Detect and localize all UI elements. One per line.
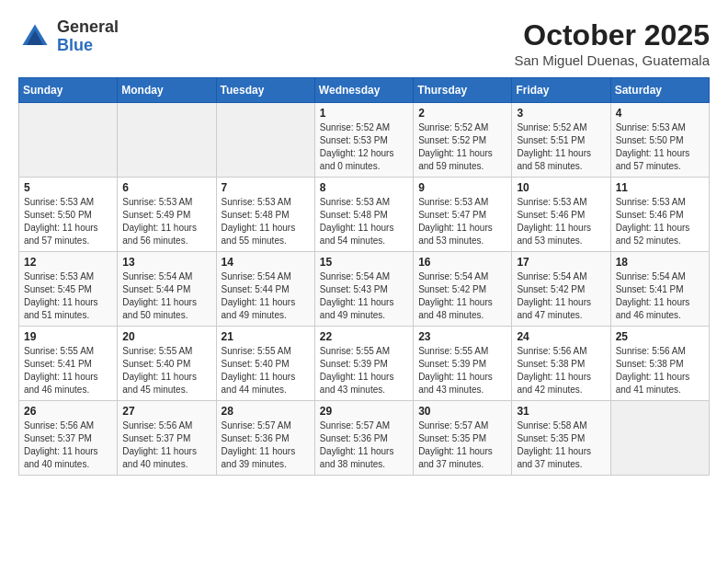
day-info: Sunrise: 5:52 AMSunset: 5:53 PMDaylight:… [320, 121, 408, 173]
calendar-cell: 7Sunrise: 5:53 AMSunset: 5:48 PMDaylight… [216, 178, 314, 252]
day-number: 26 [24, 405, 112, 418]
day-number: 23 [418, 330, 506, 343]
day-number: 8 [320, 181, 408, 194]
day-number: 25 [616, 330, 704, 343]
title-block: October 2025 San Miguel Duenas, Guatemal… [514, 18, 710, 68]
calendar-cell [216, 103, 314, 178]
day-number: 16 [418, 256, 506, 269]
calendar-cell: 3Sunrise: 5:52 AMSunset: 5:51 PMDaylight… [512, 103, 610, 178]
calendar-header: SundayMondayTuesdayWednesdayThursdayFrid… [19, 78, 710, 103]
day-number: 12 [24, 256, 112, 269]
day-info: Sunrise: 5:54 AMSunset: 5:42 PMDaylight:… [517, 270, 605, 322]
day-number: 11 [616, 181, 704, 194]
calendar-cell: 14Sunrise: 5:54 AMSunset: 5:44 PMDayligh… [216, 252, 314, 327]
logo-icon [18, 20, 51, 53]
day-info: Sunrise: 5:56 AMSunset: 5:37 PMDaylight:… [122, 419, 210, 471]
weekday-header-friday: Friday [512, 78, 610, 103]
day-number: 7 [222, 181, 310, 194]
day-info: Sunrise: 5:53 AMSunset: 5:49 PMDaylight:… [122, 196, 210, 247]
day-number: 22 [320, 330, 408, 343]
day-info: Sunrise: 5:55 AMSunset: 5:39 PMDaylight:… [320, 345, 408, 396]
day-number: 1 [320, 107, 408, 120]
day-number: 30 [418, 405, 506, 418]
calendar-cell: 4Sunrise: 5:53 AMSunset: 5:50 PMDaylight… [610, 103, 709, 178]
day-info: Sunrise: 5:54 AMSunset: 5:42 PMDaylight:… [418, 270, 506, 322]
day-number: 15 [320, 256, 408, 269]
month-title: October 2025 [514, 18, 710, 52]
calendar-cell: 10Sunrise: 5:53 AMSunset: 5:46 PMDayligh… [512, 178, 610, 252]
weekday-header-tuesday: Tuesday [216, 78, 314, 103]
calendar-cell: 23Sunrise: 5:55 AMSunset: 5:39 PMDayligh… [414, 327, 512, 401]
calendar-cell: 16Sunrise: 5:54 AMSunset: 5:42 PMDayligh… [414, 252, 512, 327]
day-number: 19 [24, 330, 112, 343]
day-info: Sunrise: 5:52 AMSunset: 5:52 PMDaylight:… [418, 121, 506, 173]
day-info: Sunrise: 5:57 AMSunset: 5:36 PMDaylight:… [222, 419, 310, 471]
day-number: 14 [222, 256, 310, 269]
day-info: Sunrise: 5:54 AMSunset: 5:43 PMDaylight:… [320, 270, 408, 322]
calendar-cell: 11Sunrise: 5:53 AMSunset: 5:46 PMDayligh… [610, 178, 709, 252]
day-info: Sunrise: 5:53 AMSunset: 5:48 PMDaylight:… [222, 196, 310, 247]
day-number: 3 [517, 107, 605, 120]
calendar-cell: 12Sunrise: 5:53 AMSunset: 5:45 PMDayligh… [19, 252, 118, 327]
weekday-header-saturday: Saturday [610, 78, 709, 103]
logo-general: General [57, 18, 119, 37]
location: San Miguel Duenas, Guatemala [514, 52, 710, 68]
calendar-cell: 30Sunrise: 5:57 AMSunset: 5:35 PMDayligh… [414, 401, 512, 476]
calendar-week-2: 5Sunrise: 5:53 AMSunset: 5:50 PMDaylight… [19, 178, 710, 252]
day-info: Sunrise: 5:53 AMSunset: 5:46 PMDaylight:… [616, 196, 704, 247]
calendar-cell: 15Sunrise: 5:54 AMSunset: 5:43 PMDayligh… [314, 252, 413, 327]
weekday-header-thursday: Thursday [414, 78, 512, 103]
day-info: Sunrise: 5:55 AMSunset: 5:39 PMDaylight:… [418, 345, 506, 396]
day-info: Sunrise: 5:54 AMSunset: 5:41 PMDaylight:… [616, 270, 704, 322]
day-info: Sunrise: 5:56 AMSunset: 5:38 PMDaylight:… [517, 345, 605, 396]
day-number: 17 [517, 256, 605, 269]
day-info: Sunrise: 5:57 AMSunset: 5:35 PMDaylight:… [418, 419, 506, 471]
day-number: 20 [122, 330, 210, 343]
calendar-cell: 27Sunrise: 5:56 AMSunset: 5:37 PMDayligh… [118, 401, 216, 476]
calendar-cell: 8Sunrise: 5:53 AMSunset: 5:48 PMDaylight… [314, 178, 413, 252]
calendar-cell: 18Sunrise: 5:54 AMSunset: 5:41 PMDayligh… [610, 252, 709, 327]
calendar-week-1: 1Sunrise: 5:52 AMSunset: 5:53 PMDaylight… [19, 103, 710, 178]
calendar-week-4: 19Sunrise: 5:55 AMSunset: 5:41 PMDayligh… [19, 327, 710, 401]
day-info: Sunrise: 5:54 AMSunset: 5:44 PMDaylight:… [222, 270, 310, 322]
calendar-cell: 29Sunrise: 5:57 AMSunset: 5:36 PMDayligh… [314, 401, 413, 476]
day-number: 31 [517, 405, 605, 418]
calendar-cell: 24Sunrise: 5:56 AMSunset: 5:38 PMDayligh… [512, 327, 610, 401]
calendar-cell: 17Sunrise: 5:54 AMSunset: 5:42 PMDayligh… [512, 252, 610, 327]
calendar-cell: 9Sunrise: 5:53 AMSunset: 5:47 PMDaylight… [414, 178, 512, 252]
calendar-cell: 20Sunrise: 5:55 AMSunset: 5:40 PMDayligh… [118, 327, 216, 401]
day-number: 10 [517, 181, 605, 194]
day-info: Sunrise: 5:53 AMSunset: 5:50 PMDaylight:… [24, 196, 112, 247]
day-info: Sunrise: 5:54 AMSunset: 5:44 PMDaylight:… [122, 270, 210, 322]
day-number: 2 [418, 107, 506, 120]
calendar-week-5: 26Sunrise: 5:56 AMSunset: 5:37 PMDayligh… [19, 401, 710, 476]
weekday-header-row: SundayMondayTuesdayWednesdayThursdayFrid… [19, 78, 710, 103]
logo-text: General Blue [57, 18, 119, 55]
day-info: Sunrise: 5:53 AMSunset: 5:47 PMDaylight:… [418, 196, 506, 247]
day-info: Sunrise: 5:52 AMSunset: 5:51 PMDaylight:… [517, 121, 605, 173]
day-info: Sunrise: 5:55 AMSunset: 5:40 PMDaylight:… [122, 345, 210, 396]
logo-blue: Blue [57, 37, 119, 55]
calendar-table: SundayMondayTuesdayWednesdayThursdayFrid… [18, 77, 710, 476]
calendar-cell: 21Sunrise: 5:55 AMSunset: 5:40 PMDayligh… [216, 327, 314, 401]
logo: General Blue [18, 18, 119, 55]
weekday-header-wednesday: Wednesday [314, 78, 413, 103]
day-number: 4 [616, 107, 704, 120]
calendar-cell: 31Sunrise: 5:58 AMSunset: 5:35 PMDayligh… [512, 401, 610, 476]
day-number: 29 [320, 405, 408, 418]
day-number: 5 [24, 181, 112, 194]
calendar-week-3: 12Sunrise: 5:53 AMSunset: 5:45 PMDayligh… [19, 252, 710, 327]
day-number: 21 [222, 330, 310, 343]
calendar-cell: 13Sunrise: 5:54 AMSunset: 5:44 PMDayligh… [118, 252, 216, 327]
calendar-cell: 25Sunrise: 5:56 AMSunset: 5:38 PMDayligh… [610, 327, 709, 401]
calendar-cell [610, 401, 709, 476]
day-info: Sunrise: 5:53 AMSunset: 5:46 PMDaylight:… [517, 196, 605, 247]
weekday-header-sunday: Sunday [19, 78, 118, 103]
day-info: Sunrise: 5:56 AMSunset: 5:37 PMDaylight:… [24, 419, 112, 471]
calendar-cell: 2Sunrise: 5:52 AMSunset: 5:52 PMDaylight… [414, 103, 512, 178]
calendar-cell: 1Sunrise: 5:52 AMSunset: 5:53 PMDaylight… [314, 103, 413, 178]
calendar-cell: 26Sunrise: 5:56 AMSunset: 5:37 PMDayligh… [19, 401, 118, 476]
calendar-cell [118, 103, 216, 178]
day-info: Sunrise: 5:57 AMSunset: 5:36 PMDaylight:… [320, 419, 408, 471]
weekday-header-monday: Monday [118, 78, 216, 103]
